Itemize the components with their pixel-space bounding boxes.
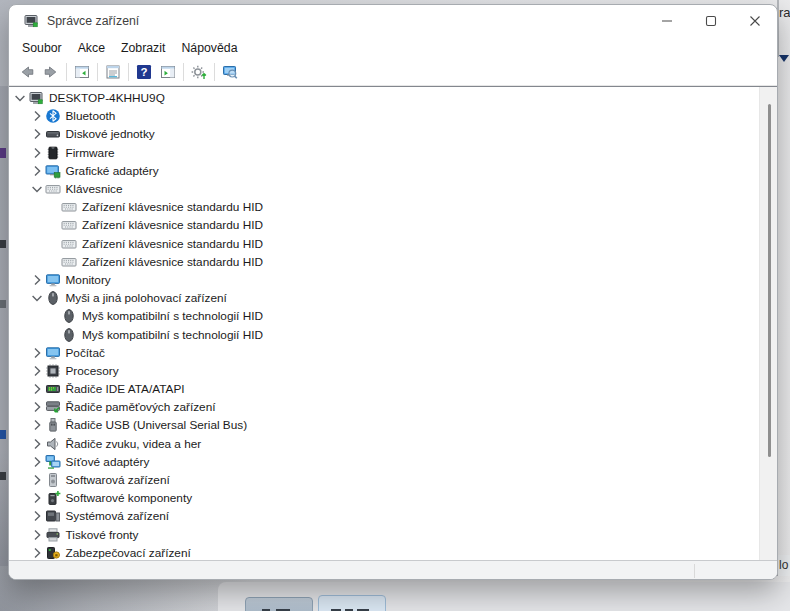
tree-row-label: Zařízení klávesnice standardu HID: [82, 237, 263, 251]
chevron-right-icon[interactable]: [29, 416, 45, 434]
menu-item-napoveda[interactable]: Nápověda: [173, 39, 245, 57]
tree-row-tiskove-fronty[interactable]: Tiskové fronty: [9, 526, 777, 544]
toolbar-separator: [128, 63, 129, 81]
tree-row-zarizeni-klavesnice-standardu-hid[interactable]: Zařízení klávesnice standardu HID: [9, 198, 777, 216]
tree-row-pocitac[interactable]: Počítač: [9, 344, 777, 362]
toolbar-scan-hardware-changes-button[interactable]: [187, 61, 211, 83]
tree-row-label: Řadiče paměťových zařízení: [66, 400, 216, 414]
close-button[interactable]: [733, 5, 777, 37]
tree-row-mys-kompatibilni-s-technologii-hid[interactable]: Myš kompatibilní s technologií HID: [9, 325, 777, 343]
tree-row-radice-zvuku-videa-a-her[interactable]: Řadiče zvuku, videa a her: [9, 435, 777, 453]
back-icon: [19, 64, 35, 80]
firmware-icon: [45, 145, 61, 161]
tree-row-systemova-zarizeni[interactable]: Systémová zařízení: [9, 507, 777, 525]
chevron-right-icon[interactable]: [29, 362, 45, 380]
toolbar-show-console-tree-button[interactable]: [70, 61, 94, 83]
scan-hardware-icon: [191, 64, 207, 80]
toolbar-separator: [183, 63, 184, 81]
svg-text:?: ?: [140, 66, 147, 78]
chevron-right-icon[interactable]: [29, 507, 45, 525]
tree-row-label: Zabezpečovací zařízení: [66, 546, 191, 560]
tree-row-mysi-a-jina-polohovaci-zarizeni[interactable]: Myši a jiná polohovací zařízení: [9, 289, 777, 307]
tree-row-softwarove-komponenty[interactable]: Softwarové komponenty: [9, 489, 777, 507]
tree-row-firmware[interactable]: Firmware: [9, 144, 777, 162]
computer-icon: [28, 90, 44, 106]
chevron-right-icon[interactable]: [29, 398, 45, 416]
toolbar-separator: [97, 63, 98, 81]
tree-row-label: Řadiče zvuku, videa a her: [66, 437, 202, 451]
chevron-right-icon[interactable]: [29, 526, 45, 544]
tree-row-radice-pametovych-zarizeni[interactable]: Řadiče paměťových zařízení: [9, 398, 777, 416]
expander-spacer: [45, 198, 61, 216]
tree-row-radice-usb-universal-serial-bus[interactable]: Řadiče USB (Universal Serial Bus): [9, 416, 777, 434]
chevron-right-icon[interactable]: [29, 471, 45, 489]
toolbar-properties-button[interactable]: [101, 61, 125, 83]
processor-icon: [45, 363, 61, 379]
chevron-right-icon[interactable]: [29, 107, 45, 125]
tree-row-zarizeni-klavesnice-standardu-hid[interactable]: Zařízení klávesnice standardu HID: [9, 253, 777, 271]
background-dialog-button[interactable]: [318, 595, 386, 611]
audio-icon: [45, 436, 61, 452]
printer-icon: [45, 527, 61, 543]
tree-row-graficke-adaptery[interactable]: Grafické adaptéry: [9, 162, 777, 180]
minimize-button[interactable]: [645, 5, 689, 37]
tree-row-label: Řadiče IDE ATA/ATAPI: [66, 382, 185, 396]
tree-row-label: Řadiče USB (Universal Serial Bus): [66, 418, 248, 432]
tree-row-label: Diskové jednotky: [66, 127, 155, 141]
chevron-right-icon[interactable]: [29, 544, 45, 560]
toolbar-back-button[interactable]: [15, 61, 39, 83]
scrollbar-thumb[interactable]: [768, 104, 771, 457]
tree-row-label: Monitory: [66, 273, 111, 287]
chevron-right-icon[interactable]: [29, 125, 45, 143]
tree-row-desktop-4khhu9q[interactable]: DESKTOP-4KHHU9Q: [9, 89, 777, 107]
tree-row-bluetooth[interactable]: Bluetooth: [9, 107, 777, 125]
chevron-right-icon[interactable]: [29, 271, 45, 289]
background-window-edge: [0, 86, 8, 566]
expander-spacer: [45, 326, 61, 344]
chevron-right-icon[interactable]: [29, 453, 45, 471]
toolbar-help-button[interactable]: ?: [132, 61, 156, 83]
toolbar-forward-button[interactable]: [39, 61, 63, 83]
security-device-icon: [45, 545, 61, 560]
expander-spacer: [45, 235, 61, 253]
chevron-right-icon[interactable]: [29, 380, 45, 398]
menu-item-zobrazit[interactable]: Zobrazit: [113, 39, 173, 57]
maximize-button[interactable]: [689, 5, 733, 37]
tree-row-monitory[interactable]: Monitory: [9, 271, 777, 289]
tree-row-sitove-adaptery[interactable]: Síťové adaptéry: [9, 453, 777, 471]
tree-row-zarizeni-klavesnice-standardu-hid[interactable]: Zařízení klávesnice standardu HID: [9, 216, 777, 234]
background-dialog-button[interactable]: [245, 597, 313, 611]
tree-row-label: Myši a jiná polohovací zařízení: [66, 291, 227, 305]
chevron-right-icon[interactable]: [29, 489, 45, 507]
tree-row-zabezpecovaci-zarizeni[interactable]: Zabezpečovací zařízení: [9, 544, 777, 560]
tree-row-diskove-jednotky[interactable]: Diskové jednotky: [9, 125, 777, 143]
background-window-edge: [0, 148, 6, 158]
keyboard-icon: [61, 254, 77, 270]
menu-item-soubor[interactable]: Soubor: [14, 39, 70, 57]
vertical-scrollbar[interactable]: [759, 87, 777, 560]
chevron-right-icon[interactable]: [29, 162, 45, 180]
background-window-edge: [0, 472, 6, 480]
keyboard-icon: [61, 199, 77, 215]
toolbar-show-action-pane-button[interactable]: [156, 61, 180, 83]
bluetooth-icon: [45, 108, 61, 124]
tree-row-klavesnice[interactable]: Klávesnice: [9, 180, 777, 198]
tree-row-label: Grafické adaptéry: [66, 164, 159, 178]
toolbar-search-devices-button[interactable]: [218, 61, 242, 83]
tree-row-zarizeni-klavesnice-standardu-hid[interactable]: Zařízení klávesnice standardu HID: [9, 235, 777, 253]
disk-drive-icon: [45, 126, 61, 142]
tree-row-radice-ide-ata-atapi[interactable]: Řadiče IDE ATA/ATAPI: [9, 380, 777, 398]
chevron-right-icon[interactable]: [29, 344, 45, 362]
chevron-down-icon[interactable]: [29, 180, 45, 198]
chevron-down-icon[interactable]: [12, 89, 28, 107]
tree-row-mys-kompatibilni-s-technologii-hid[interactable]: Myš kompatibilní s technologií HID: [9, 307, 777, 325]
chevron-right-icon[interactable]: [29, 144, 45, 162]
menu-item-akce[interactable]: Akce: [70, 39, 113, 57]
tree-row-procesory[interactable]: Procesory: [9, 362, 777, 380]
storage-controller-icon: [45, 399, 61, 415]
tree-row-label: Bluetooth: [66, 109, 116, 123]
chevron-right-icon[interactable]: [29, 435, 45, 453]
tree-row-softwarova-zarizeni[interactable]: Softwarová zařízení: [9, 471, 777, 489]
tree-rows: DESKTOP-4KHHU9QBluetoothDiskové jednotky…: [9, 87, 777, 560]
chevron-down-icon[interactable]: [29, 289, 45, 307]
